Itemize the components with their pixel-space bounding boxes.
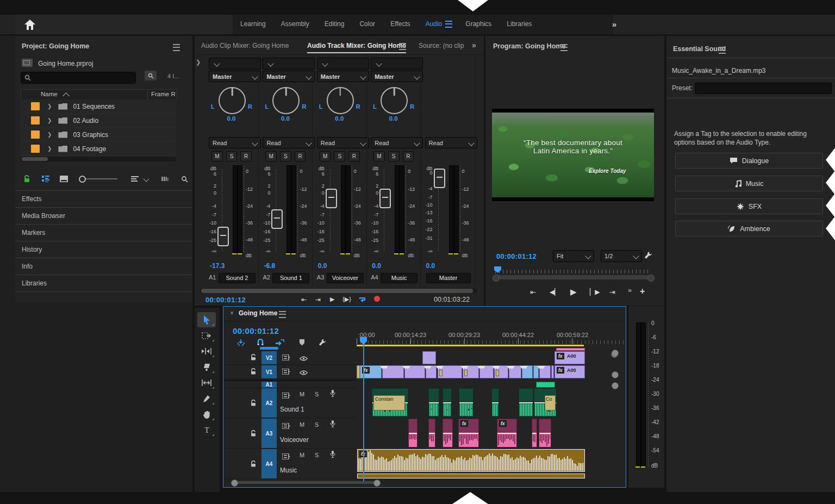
left-panel-tab-history[interactable]: History [15, 241, 192, 258]
disclosure-chevron-icon[interactable]: ❯ [47, 132, 52, 138]
hand-tool[interactable] [197, 407, 216, 422]
track-badge-a1[interactable]: A1 [261, 382, 277, 388]
freeform-view-icon[interactable] [157, 171, 173, 186]
home-button[interactable] [21, 17, 39, 32]
source-patch-icon[interactable] [282, 354, 290, 362]
pan-value[interactable]: 0.0 [313, 115, 366, 122]
record-arm-button[interactable]: R [348, 151, 360, 161]
fader-track[interactable] [384, 170, 384, 252]
record-icon[interactable] [374, 296, 380, 302]
solo-button[interactable]: S [315, 452, 319, 458]
fader-level-value[interactable]: 0.0 [426, 262, 435, 270]
voiceover-record-mic-icon[interactable] [330, 451, 335, 460]
scrub-right-handle[interactable] [647, 275, 655, 282]
mute-button[interactable]: M [211, 151, 223, 161]
column-frame-rate[interactable]: Frame R [151, 91, 176, 97]
audio-clip-sound[interactable] [491, 388, 499, 417]
panel-menu-icon[interactable] [719, 47, 726, 54]
solo-button[interactable]: S [315, 421, 319, 428]
track-name-field[interactable]: Sound 1 [272, 273, 309, 283]
header-zoom-bar[interactable] [260, 347, 278, 350]
source-patch-icon[interactable] [282, 393, 290, 400]
video-clip[interactable] [426, 365, 437, 378]
pan-knob[interactable] [327, 87, 354, 114]
timeline-tab-label[interactable]: Going Home [239, 309, 277, 317]
audio-clip-music-selected[interactable]: fx [357, 449, 585, 472]
panel-overflow-chevron[interactable]: » [472, 41, 476, 49]
solo-button[interactable]: S [388, 151, 400, 161]
source-patch-icon[interactable] [282, 453, 290, 461]
fader-level-value[interactable]: 0.0 [372, 262, 381, 270]
solo-button[interactable]: S [315, 391, 319, 397]
track-lock-icon[interactable] [251, 400, 257, 408]
record-arm-button[interactable]: R [240, 151, 252, 161]
fader-level-value[interactable]: -17.3 [210, 262, 225, 270]
pan-knob[interactable] [272, 87, 300, 114]
razor-tool[interactable] [197, 359, 216, 375]
zoom-slider[interactable] [79, 176, 117, 183]
pan-knob[interactable] [381, 87, 408, 114]
pan-value[interactable]: 0.0 [366, 115, 420, 122]
track-lock-icon[interactable] [251, 461, 257, 469]
fader-track[interactable] [330, 170, 331, 252]
solo-button[interactable]: S [334, 151, 345, 161]
left-panel-tab-media-browser[interactable]: Media Browser [15, 208, 192, 225]
project-find-icon[interactable] [176, 171, 192, 186]
mixer-expander[interactable]: ❯ [196, 59, 201, 66]
loop-icon[interactable] [359, 296, 366, 303]
audio-clip-voiceover[interactable] [408, 419, 418, 447]
toggle-track-output-eye-icon[interactable] [300, 355, 308, 363]
workspace-overflow-button[interactable]: » [608, 18, 621, 31]
project-writable-icon[interactable] [20, 171, 36, 186]
program-scrubber[interactable] [492, 266, 654, 281]
video-clip[interactable] [438, 365, 462, 378]
pan-value[interactable]: 0.0 [258, 115, 312, 122]
step-back-icon[interactable]: ◀▏ [550, 288, 559, 296]
column-name[interactable]: Name [41, 91, 58, 97]
program-resolution-select[interactable]: 1/2 [601, 250, 642, 262]
video-clip[interactable] [551, 365, 554, 378]
video-clip[interactable]: fxA00 [554, 351, 585, 364]
add-marker-icon[interactable] [299, 339, 305, 346]
play-icon[interactable]: ▶ [570, 287, 577, 297]
tab-source-monitor[interactable]: Source: (no clip [419, 42, 464, 49]
add-button-icon[interactable]: + [640, 287, 645, 296]
audio-clip-voiceover[interactable] [443, 419, 453, 447]
workspace-tab-graphics[interactable]: Graphics [458, 15, 499, 33]
tag-button-dialogue[interactable]: Dialogue [675, 153, 823, 169]
audio-track-name[interactable]: Voiceover [280, 436, 309, 444]
crossfade-constant-power[interactable]: Co [545, 395, 556, 410]
video-clip[interactable] [463, 365, 479, 378]
linked-selection-icon[interactable] [275, 339, 284, 346]
crossfade-constant-power[interactable]: Constan [373, 395, 405, 410]
list-view-icon[interactable] [38, 171, 54, 186]
audio-clip-a1[interactable] [536, 382, 555, 388]
fader-handle[interactable] [434, 169, 445, 188]
disclosure-chevron-icon[interactable]: ❯ [47, 117, 52, 123]
settings-wrench-icon[interactable] [644, 251, 653, 259]
audio-clip-voiceover[interactable]: fx [497, 419, 517, 447]
play-icon[interactable]: ▶ [330, 296, 334, 303]
type-tool[interactable]: T [197, 422, 216, 438]
nest-sequence-icon[interactable] [237, 339, 245, 346]
track-name-field[interactable]: Music [381, 273, 418, 283]
slip-tool[interactable] [197, 375, 216, 390]
preset-select[interactable] [695, 83, 832, 94]
selection-tool[interactable] [197, 312, 216, 327]
audio-track-name[interactable]: Music [280, 466, 297, 474]
toggle-track-output-eye-icon[interactable] [300, 369, 308, 377]
close-icon[interactable]: × [230, 309, 234, 317]
workspace-tab-learning[interactable]: Learning [233, 15, 273, 33]
automation-mode-select[interactable]: Read [425, 137, 477, 148]
track-lock-icon[interactable] [251, 354, 257, 362]
audio-clip-sound[interactable]: Constan [372, 388, 408, 417]
find-in-project-button[interactable] [145, 71, 157, 80]
bin-name[interactable]: 03 Graphics [73, 131, 108, 139]
track-name-field[interactable]: Voiceover [327, 273, 364, 283]
audio-clip-voiceover[interactable] [539, 419, 551, 447]
ripple-edit-tool[interactable] [197, 344, 216, 359]
mute-button[interactable]: M [373, 151, 385, 161]
tab-audio-track-mixer[interactable]: Audio Track Mixer: Going Home [307, 42, 406, 53]
track-name-field[interactable]: Sound 2 [219, 273, 256, 283]
panel-menu-icon[interactable] [399, 43, 406, 50]
